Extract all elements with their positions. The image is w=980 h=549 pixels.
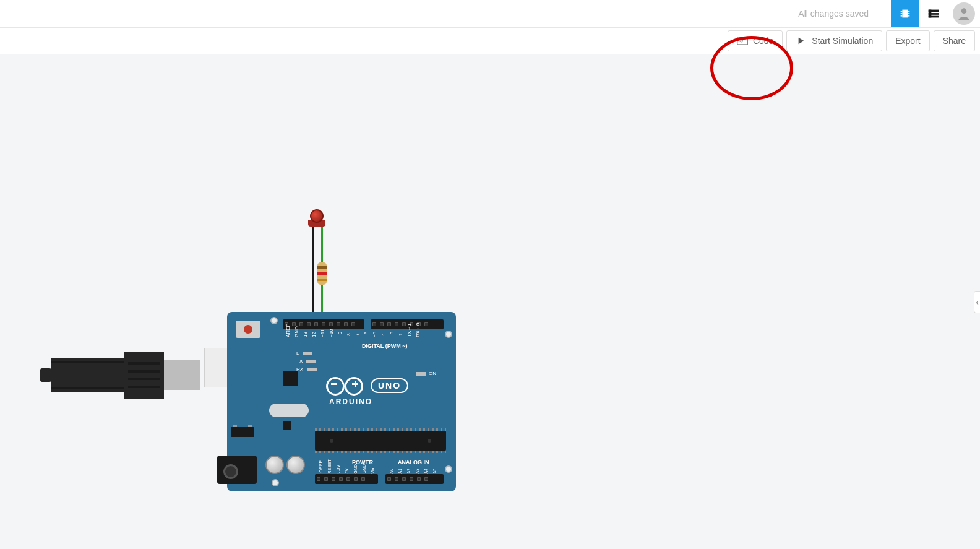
svg-rect-0: [902, 10, 908, 18]
mount-hole: [445, 465, 452, 473]
smd-chip: [283, 371, 298, 386]
smd-chip-small: [283, 421, 291, 430]
resistor-band-2: [317, 272, 327, 275]
chip-icon: [898, 7, 912, 20]
led-rx-chip: [307, 368, 317, 371]
list-icon: [927, 7, 940, 20]
start-simulation-label: Start Simulation: [812, 36, 873, 46]
crystal-oscillator: [269, 404, 309, 417]
led-l-label: L: [296, 350, 299, 356]
power-header[interactable]: [315, 474, 378, 484]
arduino-board[interactable]: AREFGND1312~11~10~987~6~54~32TX→1RX←0 DI…: [227, 312, 456, 491]
capacitors: [265, 456, 305, 474]
svg-rect-4: [908, 11, 910, 12]
export-button-label: Export: [895, 36, 920, 46]
play-icon: [796, 37, 807, 45]
usb-cable-grip: [124, 352, 164, 399]
resistor-band-3: [317, 279, 327, 281]
digital-pin-labels: AREFGND1312~11~10~987~6~54~32TX→1RX←0: [285, 332, 421, 337]
led-tx-chip: [306, 360, 316, 363]
share-button-label: Share: [943, 36, 966, 46]
analog-section-label: ANALOG IN: [398, 459, 429, 465]
microcontroller-chip: [315, 431, 446, 451]
view-circuit-button[interactable]: [891, 0, 919, 27]
person-icon: [956, 6, 972, 22]
on-led: ON: [416, 371, 436, 376]
start-simulation-button[interactable]: Start Simulation: [786, 30, 882, 51]
status-leds: L TX RX: [296, 350, 317, 372]
wire-signal-top[interactable]: [321, 227, 323, 262]
power-pin-labels: IOREFRESET3.3V5VGNDGNDVin: [317, 469, 376, 473]
infinity-icon: [326, 377, 363, 394]
mount-hole: [270, 317, 278, 324]
usb-cable-body: [51, 358, 124, 392]
resistor-band-1: [317, 266, 327, 269]
code-icon: </: [737, 37, 748, 45]
user-avatar[interactable]: [953, 2, 975, 25]
usb-connector-metal: [164, 360, 200, 390]
components-panel-toggle[interactable]: ‹: [974, 291, 980, 313]
save-status: All changes saved: [798, 9, 869, 19]
top-bar: All changes saved: [0, 0, 980, 27]
usb-cable[interactable]: ⑂: [40, 352, 200, 399]
led-tx-label: TX: [296, 358, 303, 364]
usb-cable-tip: [40, 368, 51, 382]
svg-rect-10: [929, 10, 932, 18]
wire-gnd[interactable]: [312, 227, 314, 316]
led-on-label: ON: [429, 371, 436, 376]
board-logo: UNO: [326, 377, 408, 394]
led-component[interactable]: [310, 209, 324, 223]
code-button-label: Code: [753, 36, 773, 46]
capacitor: [286, 456, 305, 474]
svg-text:</: </: [739, 38, 744, 44]
mount-hole: [445, 331, 452, 338]
svg-rect-6: [908, 15, 910, 17]
svg-rect-1: [901, 11, 903, 12]
digital-section-label: DIGITAL (PWM ~): [362, 343, 407, 349]
chevron-left-icon: ‹: [976, 297, 979, 307]
svg-rect-5: [908, 13, 910, 14]
mount-hole: [272, 479, 279, 486]
reset-button[interactable]: [236, 321, 260, 338]
led-on-chip: [416, 372, 426, 376]
analog-pin-labels: A0A1A2A3A4A5: [388, 469, 437, 473]
brand-label: ARDUINO: [329, 397, 372, 406]
voltage-regulator: [231, 427, 254, 437]
share-button[interactable]: Share: [934, 30, 975, 51]
svg-rect-2: [901, 13, 903, 14]
toolbar: </ Code Start Simulation Export Share: [0, 27, 980, 54]
model-label: UNO: [371, 378, 408, 393]
code-button[interactable]: </ Code: [728, 30, 783, 51]
export-button[interactable]: Export: [886, 30, 929, 51]
resistor-component[interactable]: [317, 262, 327, 285]
svg-point-11: [961, 8, 967, 14]
dc-power-jack[interactable]: [217, 456, 257, 484]
led-assembly[interactable]: [310, 209, 325, 227]
view-schematic-button[interactable]: [919, 0, 948, 27]
analog-header[interactable]: [385, 474, 444, 484]
design-canvas[interactable]: ‹ ⑂: [0, 54, 980, 549]
capacitor: [265, 456, 284, 474]
svg-rect-3: [901, 15, 903, 17]
led-l-chip: [303, 352, 312, 355]
